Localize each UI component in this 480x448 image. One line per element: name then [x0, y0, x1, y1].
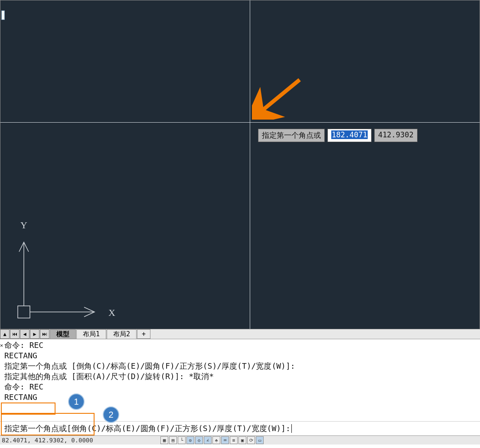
ducs-icon[interactable]: ⬘ — [212, 436, 220, 444]
tab-add-button[interactable]: + — [137, 329, 150, 339]
drawing-canvas[interactable]: 指定第一个角点或 182.4071 412.9302 X Y — [0, 0, 480, 329]
history-line: 命令: REC — [4, 340, 478, 351]
command-history: ✕ 命令: REC RECTANG 指定第一个角点或 [倒角(C)/标高(E)/… — [0, 339, 480, 422]
crosshair-vertical — [250, 0, 250, 329]
text-caret — [291, 424, 292, 433]
tab-layout-2[interactable]: 布局2 — [107, 329, 137, 339]
status-bar: 82.4071, 412.9302, 0.0000 ▦ ▤ └ ⊙ ◇ ∠ ⬘ … — [0, 436, 480, 445]
tab-layout-1[interactable]: 布局1 — [76, 329, 106, 339]
transparency-icon[interactable]: ▣ — [238, 436, 246, 444]
tooltip-label: 指定第一个角点或 — [258, 129, 325, 142]
history-line: 指定其他的角点或 [面积(A)/尺寸(D)/旋转(R)]: *取消* — [4, 371, 478, 382]
annotation-badge-2: 2 — [103, 406, 119, 423]
tabs-scroll-up-icon[interactable]: ▲ — [0, 329, 10, 339]
dynamic-input-tooltip: 指定第一个角点或 182.4071 412.9302 — [258, 129, 418, 142]
tabs-next-icon[interactable]: ▶ — [30, 329, 39, 339]
svg-line-0 — [261, 80, 300, 112]
polar-icon[interactable]: ⊙ — [186, 436, 194, 444]
close-panel-icon[interactable]: ✕ — [0, 340, 3, 351]
history-line: 指定第一个角点或 [倒角(C)/标高(E)/圆角(F)/正方形(S)/厚度(T)… — [4, 361, 478, 371]
annotation-box-1 — [1, 403, 56, 415]
tabs-last-icon[interactable]: ⏭ — [40, 329, 49, 339]
lineweight-icon[interactable]: ≡ — [230, 436, 238, 444]
history-line: 命令: REC — [4, 382, 478, 392]
otrack-icon[interactable]: ∠ — [204, 436, 212, 444]
ucs-y-label: Y — [20, 220, 27, 230]
cycling-icon[interactable]: ⟳ — [247, 436, 255, 444]
annotation-badge-1: 1 — [68, 393, 85, 410]
model-space-icon[interactable]: ▭ — [256, 436, 264, 444]
ortho-icon[interactable]: └ — [178, 436, 186, 444]
tabs-prev-icon[interactable]: ◀ — [20, 329, 29, 339]
status-toggle-group: ▦ ▤ └ ⊙ ◇ ∠ ⬘ ⌨ ≡ ▣ ⟳ ▭ — [160, 436, 264, 445]
command-prompt-label: 指定第一个角点或 — [4, 423, 67, 434]
svg-rect-1 — [18, 306, 30, 318]
osnap-icon[interactable]: ◇ — [195, 436, 203, 444]
coordinate-y-input[interactable]: 412.9302 — [374, 129, 418, 142]
snap-grid-icon[interactable]: ▦ — [160, 436, 168, 444]
crosshair-horizontal — [0, 122, 480, 123]
annotation-arrow-icon — [252, 76, 304, 120]
grid-display-icon[interactable]: ▤ — [169, 436, 177, 444]
command-options: [倒角(C)/标高(E)/圆角(F)/正方形(S)/厚度(T)/宽度(W)]: — [67, 423, 291, 434]
tab-model[interactable]: 模型 — [50, 329, 76, 339]
coordinate-x-input[interactable]: 182.4071 — [327, 129, 372, 142]
tabs-first-icon[interactable]: ⏮ — [10, 329, 20, 339]
ucs-icon: X Y — [16, 217, 120, 321]
history-line: RECTANG — [4, 351, 478, 361]
layout-tab-strip: ▲ ⏮ ◀ ▶ ⏭ 模型 布局1 布局2 + — [0, 329, 480, 339]
ucs-x-label: X — [108, 307, 115, 318]
ruler-marker — [1, 10, 5, 20]
dynamic-input-icon[interactable]: ⌨ — [221, 436, 229, 444]
cursor-coordinates: 82.4071, 412.9302, 0.0000 — [2, 437, 93, 444]
command-line[interactable]: 指定第一个角点或 [倒角(C)/标高(E)/圆角(F)/正方形(S)/厚度(T)… — [0, 422, 480, 436]
